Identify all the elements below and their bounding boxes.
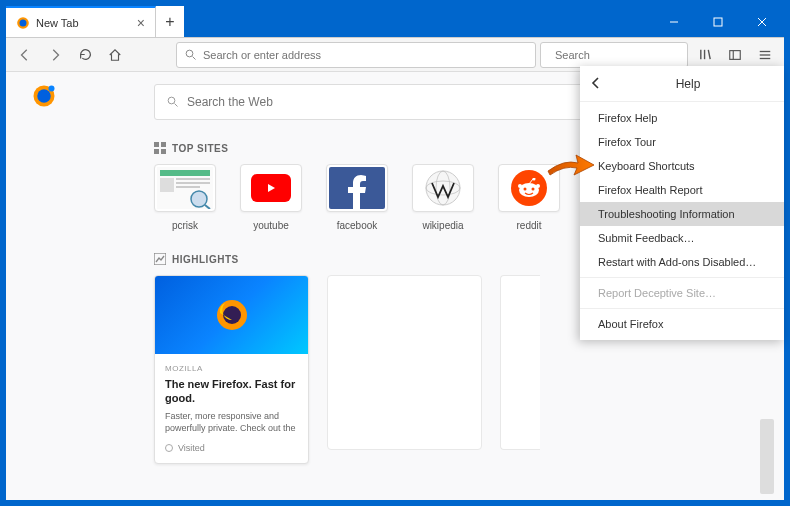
top-site-facebook[interactable]: facebook bbox=[326, 164, 388, 231]
reddit-icon bbox=[511, 170, 547, 206]
forward-button[interactable] bbox=[42, 42, 68, 68]
reload-button[interactable] bbox=[72, 42, 98, 68]
search-bar[interactable] bbox=[540, 42, 688, 68]
svg-point-19 bbox=[37, 89, 51, 103]
section-title: HIGHLIGHTS bbox=[172, 254, 239, 265]
address-input[interactable] bbox=[203, 49, 527, 61]
svg-point-44 bbox=[533, 178, 536, 181]
svg-rect-3 bbox=[714, 18, 722, 26]
youtube-icon bbox=[251, 174, 291, 202]
svg-rect-26 bbox=[161, 149, 166, 154]
top-site-pcrisk[interactable]: pcrisk bbox=[154, 164, 216, 231]
svg-point-20 bbox=[49, 86, 55, 92]
library-button[interactable] bbox=[692, 42, 718, 68]
menu-separator bbox=[580, 308, 784, 309]
svg-rect-28 bbox=[160, 170, 210, 176]
svg-line-22 bbox=[175, 104, 178, 107]
help-item-submit-feedback[interactable]: Submit Feedback… bbox=[580, 226, 784, 250]
new-tab-button[interactable]: + bbox=[156, 6, 184, 37]
card-title: The new Firefox. Fast for good. bbox=[165, 377, 298, 406]
maximize-button[interactable] bbox=[696, 6, 740, 37]
help-item-restart-addons-disabled[interactable]: Restart with Add-ons Disabled… bbox=[580, 250, 784, 274]
address-bar[interactable] bbox=[176, 42, 536, 68]
minimize-button[interactable] bbox=[652, 6, 696, 37]
sidebar-button[interactable] bbox=[722, 42, 748, 68]
top-site-youtube[interactable]: youtube bbox=[240, 164, 302, 231]
highlights-icon bbox=[154, 253, 166, 265]
highlight-placeholder bbox=[327, 275, 482, 450]
help-panel-header: Help bbox=[580, 66, 784, 102]
svg-point-47 bbox=[223, 306, 241, 324]
help-item-health-report[interactable]: Firefox Health Report bbox=[580, 178, 784, 202]
svg-point-1 bbox=[20, 19, 27, 26]
help-item-firefox-help[interactable]: Firefox Help bbox=[580, 106, 784, 130]
svg-rect-13 bbox=[730, 50, 741, 59]
browser-tab[interactable]: New Tab × bbox=[6, 6, 156, 37]
search-icon bbox=[167, 96, 179, 108]
svg-rect-23 bbox=[154, 142, 159, 147]
top-site-reddit[interactable]: reddit bbox=[498, 164, 560, 231]
svg-point-39 bbox=[524, 188, 527, 191]
back-button[interactable] bbox=[12, 42, 38, 68]
help-menu-list: Firefox Help Firefox Tour Keyboard Short… bbox=[580, 102, 784, 340]
titlebar-drag-area[interactable] bbox=[184, 6, 652, 37]
svg-point-6 bbox=[186, 50, 193, 57]
menu-separator bbox=[580, 277, 784, 278]
highlight-placeholder bbox=[500, 275, 540, 450]
svg-rect-29 bbox=[160, 178, 174, 192]
site-label: youtube bbox=[253, 220, 289, 231]
menu-button[interactable] bbox=[752, 42, 778, 68]
card-status: Visited bbox=[178, 443, 205, 453]
site-label: facebook bbox=[337, 220, 378, 231]
svg-point-42 bbox=[536, 184, 540, 188]
visited-icon bbox=[165, 444, 173, 452]
panel-title: Help bbox=[602, 77, 774, 91]
facebook-icon bbox=[329, 167, 385, 209]
help-item-about-firefox[interactable]: About Firefox bbox=[580, 312, 784, 336]
grid-icon bbox=[154, 142, 166, 154]
site-label: wikipedia bbox=[422, 220, 463, 231]
window-controls bbox=[652, 6, 784, 37]
close-button[interactable] bbox=[740, 6, 784, 37]
svg-line-12 bbox=[708, 50, 710, 59]
section-title: TOP SITES bbox=[172, 143, 228, 154]
home-button[interactable] bbox=[102, 42, 128, 68]
svg-point-33 bbox=[191, 191, 207, 207]
help-item-troubleshooting[interactable]: Troubleshooting Information bbox=[580, 202, 784, 226]
help-item-keyboard-shortcuts[interactable]: Keyboard Shortcuts bbox=[580, 154, 784, 178]
search-input[interactable] bbox=[555, 49, 693, 61]
svg-rect-25 bbox=[154, 149, 159, 154]
site-label: pcrisk bbox=[172, 220, 198, 231]
help-item-report-deceptive: Report Deceptive Site… bbox=[580, 281, 784, 305]
site-label: reddit bbox=[516, 220, 541, 231]
svg-rect-30 bbox=[176, 178, 210, 180]
svg-line-7 bbox=[193, 56, 196, 59]
panel-back-button[interactable] bbox=[590, 75, 602, 93]
card-description: Faster, more responsive and powerfully p… bbox=[165, 410, 298, 435]
svg-rect-32 bbox=[176, 186, 200, 188]
scrollbar-thumb[interactable] bbox=[760, 419, 774, 494]
card-tag: MOZILLA bbox=[165, 364, 298, 373]
svg-rect-24 bbox=[161, 142, 166, 147]
firefox-logo-icon bbox=[32, 84, 56, 108]
highlight-card[interactable]: MOZILLA The new Firefox. Fast for good. … bbox=[154, 275, 309, 464]
firefox-icon bbox=[215, 298, 249, 332]
top-site-wikipedia[interactable]: wikipedia bbox=[412, 164, 474, 231]
titlebar: New Tab × + bbox=[6, 6, 784, 38]
svg-point-40 bbox=[532, 188, 535, 191]
wikipedia-icon bbox=[424, 169, 462, 207]
firefox-icon bbox=[16, 16, 30, 30]
help-item-firefox-tour[interactable]: Firefox Tour bbox=[580, 130, 784, 154]
svg-point-41 bbox=[518, 184, 522, 188]
tab-close-button[interactable]: × bbox=[135, 15, 147, 31]
search-icon bbox=[185, 49, 197, 61]
svg-rect-31 bbox=[176, 182, 210, 184]
tab-title: New Tab bbox=[36, 17, 129, 29]
svg-point-21 bbox=[168, 97, 175, 104]
help-menu-panel: Help Firefox Help Firefox Tour Keyboard … bbox=[580, 66, 784, 340]
pcrisk-thumbnail-icon bbox=[157, 167, 213, 209]
